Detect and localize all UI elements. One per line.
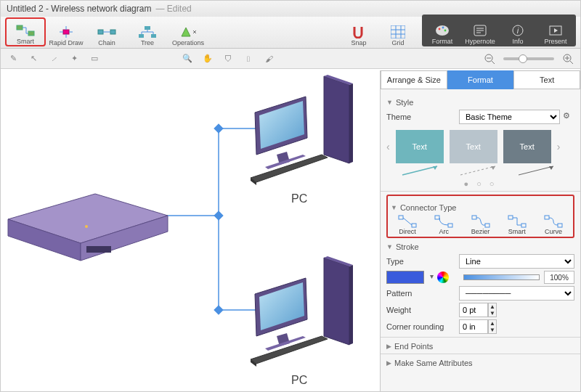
- stroke-type-select[interactable]: Line: [459, 254, 574, 269]
- connector-smart-button[interactable]: Smart: [500, 215, 534, 235]
- stroke-weight-stepper[interactable]: ▲▼: [459, 303, 497, 317]
- svg-rect-1: [28, 31, 34, 36]
- grid-icon: [389, 25, 407, 39]
- tool-pointer-icon[interactable]: ↖: [27, 52, 40, 65]
- zoom-out-icon[interactable]: [483, 52, 496, 65]
- connector-bezier-button[interactable]: Bezier: [464, 215, 497, 235]
- stroke-corner-stepper[interactable]: ▲▼: [459, 319, 497, 334]
- main-toolbar: Smart Rapid Draw Chain Tree Operations S…: [1, 17, 580, 49]
- stroke-color-chip[interactable]: [386, 271, 424, 284]
- toolbar-chain-label: Chain: [98, 39, 115, 46]
- inspector-panel: Arrange & Size Format Text ▼ Style Theme…: [380, 70, 580, 391]
- tools-toolbar: ✎ ↖ ⟋ ✦ ▭ 🔍 ✋ ⛉ 𖠊 🖌: [1, 49, 580, 69]
- stroke-weight-label: Weight: [386, 306, 459, 314]
- svg-line-62: [460, 166, 495, 175]
- connector-type-section: ▼ Connector Type Direct Arc Bezier: [386, 195, 574, 238]
- tab-format[interactable]: Format: [447, 70, 514, 89]
- tool-rect-icon[interactable]: ▭: [88, 52, 101, 65]
- svg-rect-0: [17, 25, 23, 30]
- connector-type-header[interactable]: ▼ Connector Type: [391, 203, 570, 212]
- chain-icon: [97, 25, 116, 39]
- toolbar-mode-group: Smart Rapid Draw Chain Tree Operations: [5, 17, 208, 46]
- tool-magic-icon[interactable]: ✦: [68, 52, 81, 65]
- svg-marker-32: [214, 211, 222, 219]
- toolbar-smart-button[interactable]: Smart: [5, 17, 46, 46]
- endpoints-label: End Points: [394, 342, 433, 351]
- svg-rect-41: [86, 246, 111, 253]
- toolbar-chain-button[interactable]: Chain: [86, 17, 127, 46]
- theme-label: Theme: [386, 113, 459, 121]
- svg-rect-70: [448, 224, 452, 227]
- svg-rect-75: [545, 216, 549, 219]
- style-next-icon[interactable]: ›: [557, 141, 561, 152]
- pc-label-2: PC: [291, 374, 307, 387]
- svg-rect-6: [145, 26, 150, 30]
- toolbar-info-button[interactable]: i Info: [499, 16, 537, 45]
- toolbar-operations-button[interactable]: Operations: [168, 17, 208, 46]
- toolbar-hypernote-button[interactable]: Hypernote: [461, 16, 499, 45]
- play-icon: [546, 23, 565, 38]
- svg-line-68: [403, 218, 412, 225]
- connector-arc-button[interactable]: Arc: [427, 215, 460, 235]
- tool-pen-icon[interactable]: ✎: [7, 52, 20, 65]
- style-page-dots[interactable]: ● ○ ○: [386, 179, 574, 188]
- stroke-opacity-slider[interactable]: [463, 272, 540, 282]
- drawing-canvas[interactable]: PC PC: [1, 70, 380, 391]
- color-picker-icon[interactable]: [437, 271, 449, 283]
- chevron-right-icon: ▶: [386, 359, 391, 367]
- rapiddraw-icon: [57, 25, 76, 39]
- svg-line-64: [519, 166, 553, 175]
- tool-eyedropper-icon[interactable]: 𖠊: [242, 52, 255, 65]
- svg-rect-7: [139, 34, 144, 38]
- toolbar-smart-label: Smart: [17, 38, 34, 45]
- makesame-label: Make Same Attributes: [394, 359, 473, 367]
- svg-line-26: [570, 61, 573, 64]
- svg-marker-55: [259, 282, 304, 330]
- connector-direct-button[interactable]: Direct: [391, 215, 424, 235]
- tool-zoom-icon[interactable]: 🔍: [181, 52, 194, 65]
- document-edited-status: — Edited: [155, 4, 191, 14]
- inspector-tabs: Arrange & Size Format Text: [381, 70, 580, 89]
- tab-text[interactable]: Text: [513, 70, 580, 89]
- toolbar-tree-label: Tree: [141, 39, 154, 46]
- gear-icon[interactable]: ⚙: [563, 111, 574, 123]
- tab-arrange[interactable]: Arrange & Size: [381, 70, 447, 89]
- document-title: Untitled 2 - Wireless network diagram: [7, 4, 151, 14]
- toolbar-present-button[interactable]: Present: [537, 16, 574, 45]
- toolbar-format-label: Format: [432, 38, 453, 45]
- tool-line-icon[interactable]: ⟋: [47, 52, 60, 65]
- svg-marker-53: [349, 265, 353, 345]
- stroke-section-header[interactable]: ▼ Stroke: [386, 242, 574, 251]
- makesame-section-header[interactable]: ▶ Make Same Attributes: [386, 359, 574, 367]
- svg-marker-44: [349, 83, 353, 163]
- style-swatch-1[interactable]: Text: [396, 130, 444, 163]
- toolbar-rapiddraw-button[interactable]: Rapid Draw: [46, 17, 86, 46]
- endpoints-section-header[interactable]: ▶ End Points: [386, 342, 574, 351]
- toolbar-tree-button[interactable]: Tree: [127, 17, 168, 46]
- theme-select[interactable]: Basic Theme: [459, 110, 560, 124]
- toolbar-grid-label: Grid: [391, 39, 404, 46]
- zoom-slider[interactable]: [503, 57, 554, 60]
- tool-hand-icon[interactable]: ✋: [201, 52, 214, 65]
- stroke-pattern-select[interactable]: ────────: [459, 286, 574, 301]
- zoom-in-icon[interactable]: [561, 52, 574, 65]
- style-swatch-3[interactable]: Text: [503, 130, 551, 163]
- svg-point-10: [439, 28, 441, 30]
- tool-brush-icon[interactable]: 🖌: [262, 52, 275, 65]
- palette-icon: [433, 23, 452, 38]
- style-swatch-2[interactable]: Text: [450, 130, 497, 163]
- chevron-down-icon: ▼: [386, 99, 393, 106]
- style-section-header[interactable]: ▼ Style: [386, 98, 574, 107]
- toolbar-info-label: Info: [512, 38, 523, 45]
- tool-stamp-icon[interactable]: ⛉: [222, 52, 235, 65]
- toolbar-grid-button[interactable]: Grid: [378, 17, 418, 46]
- svg-point-40: [85, 225, 88, 228]
- pc-shape-2: [251, 256, 353, 367]
- note-icon: [471, 23, 489, 38]
- chevron-down-icon: ▼: [391, 204, 397, 211]
- stroke-opacity-value[interactable]: 100%: [544, 271, 574, 284]
- style-prev-icon[interactable]: ‹: [386, 141, 390, 152]
- connector-curve-button[interactable]: Curve: [537, 215, 570, 235]
- toolbar-format-button[interactable]: Format: [423, 16, 461, 45]
- toolbar-snap-button[interactable]: Snap: [339, 17, 378, 46]
